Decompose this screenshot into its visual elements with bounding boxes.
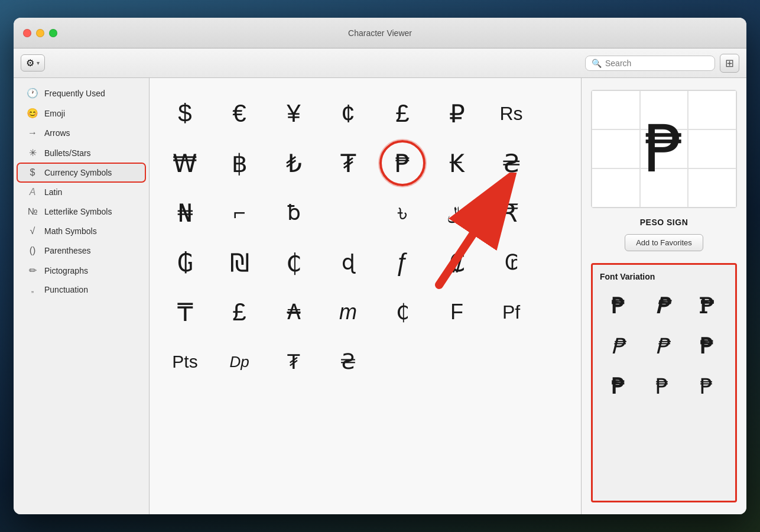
char-cell-euro[interactable]: € xyxy=(216,90,263,137)
search-input[interactable] xyxy=(605,59,709,68)
detail-panel: ₱ PESO SIGN Add to Favorites Font Variat… xyxy=(581,78,746,514)
sidebar-item-letterlike-symbols[interactable]: № Letterlike Symbols xyxy=(17,202,145,221)
char-cell-pts[interactable]: Pts xyxy=(161,338,209,385)
sidebar-item-punctuation[interactable]: „ Punctuation xyxy=(17,281,145,299)
char-cell-shekel[interactable]: ₪ xyxy=(216,239,263,286)
sidebar-item-frequently-used[interactable]: 🕐 Frequently Used xyxy=(17,83,145,103)
font-var-cell-8[interactable]: ₱ xyxy=(644,369,680,404)
font-var-cell-4[interactable]: ₱ xyxy=(600,329,635,364)
char-cell-colon[interactable]: ₡ xyxy=(433,239,480,286)
emoji-icon: 😊 xyxy=(27,108,38,119)
char-cell-empty1[interactable] xyxy=(324,189,372,236)
toolbar: ⚙ ▾ 🔍 ⊞ xyxy=(14,48,746,78)
char-cell-austral[interactable]: ₳ xyxy=(270,288,317,336)
punctuation-icon: „ xyxy=(27,286,38,294)
char-cell-pound[interactable]: £ xyxy=(379,90,426,137)
char-cell-franc[interactable]: F xyxy=(433,288,480,336)
char-cell-latin-b[interactable]: ƀ xyxy=(270,189,317,236)
sidebar-item-pictographs[interactable]: ✏ Pictographs xyxy=(17,261,145,280)
char-cell-rupee[interactable]: ₹ xyxy=(488,189,535,236)
sidebar-item-label: Emoji xyxy=(44,109,65,118)
char-cell-rupee-sign[interactable]: Rs xyxy=(488,90,535,137)
char-cell-baht[interactable]: ฿ xyxy=(216,140,263,187)
grid-view-button[interactable]: ⊞ xyxy=(720,54,739,73)
char-cell-cedi[interactable]: ₵ xyxy=(270,239,317,286)
sidebar-item-label: Currency Symbols xyxy=(44,168,112,177)
font-var-cell-6[interactable]: ₱ xyxy=(688,329,724,364)
char-cell-lira2[interactable]: £ xyxy=(216,288,263,336)
char-cell-cruzeiro[interactable]: ₢ xyxy=(488,239,535,286)
add-to-favorites-button[interactable]: Add to Favorites xyxy=(625,234,703,251)
chevron-down-icon: ▾ xyxy=(37,60,40,66)
char-cell-naira[interactable]: ₦ xyxy=(161,189,209,236)
char-cell-cent[interactable]: ¢ xyxy=(324,90,372,137)
char-preview: ₱ xyxy=(644,116,685,181)
traffic-lights xyxy=(23,29,57,37)
sidebar-item-label: Letterlike Symbols xyxy=(44,207,112,216)
gear-icon: ⚙ xyxy=(26,57,34,69)
search-box: 🔍 xyxy=(585,56,715,71)
char-cell-won[interactable]: ₩ xyxy=(161,140,209,187)
font-var-cell-1[interactable]: ₱ xyxy=(600,288,635,324)
titlebar: Character Viewer xyxy=(14,18,746,48)
char-cell-guarani[interactable]: ₲ xyxy=(161,239,209,286)
sidebar-item-label: Latin xyxy=(44,187,62,197)
sidebar-item-label: Parentheses xyxy=(44,246,91,255)
font-var-cell-3[interactable]: ₱ xyxy=(688,288,724,324)
sidebar-item-math-symbols[interactable]: √ Math Symbols xyxy=(17,222,145,241)
char-cell-tenge[interactable]: ₸ xyxy=(161,288,209,336)
font-var-cell-2[interactable]: ₱ xyxy=(644,288,680,324)
search-icon: 🔍 xyxy=(592,59,602,68)
sidebar-item-label: Frequently Used xyxy=(44,89,105,98)
parentheses-icon: () xyxy=(27,245,38,256)
sidebar-item-latin[interactable]: A Latin xyxy=(17,183,145,202)
char-cell-peso[interactable]: ₱ xyxy=(379,140,426,187)
maximize-button[interactable] xyxy=(49,29,57,37)
char-cell-kip[interactable]: ₭ xyxy=(433,140,480,187)
char-cell-reversed-not[interactable]: ⌐ xyxy=(216,189,263,236)
char-cell-florin[interactable]: ƒ xyxy=(379,239,426,286)
char-cell-yen[interactable]: ¥ xyxy=(270,90,317,137)
char-cell-tugrik[interactable]: ₮ xyxy=(324,140,372,187)
close-button[interactable] xyxy=(23,29,31,37)
arrow-icon: → xyxy=(27,128,38,138)
char-cell-hryvnia2[interactable]: ₮ xyxy=(270,338,317,385)
char-cell-pfennig[interactable]: Pf xyxy=(488,288,535,336)
char-cell-taka[interactable]: ৳ xyxy=(379,189,426,236)
sidebar-item-emoji[interactable]: 😊 Emoji xyxy=(17,103,145,123)
letterlike-icon: № xyxy=(27,206,38,217)
font-var-cell-7[interactable]: ₱ xyxy=(600,369,635,404)
minimize-button[interactable] xyxy=(36,29,44,37)
character-viewer-window: Character Viewer ⚙ ▾ 🔍 ⊞ 🕐 Frequently Us… xyxy=(14,18,746,514)
char-grid: $ € ¥ ¢ £ ₽ Rs ₩ ฿ ₺ ₮ ₱ ₭ ₴ ₦ ⌐ ƀ ৳ ﷼ xyxy=(161,90,540,385)
latin-icon: A xyxy=(27,187,38,197)
star-icon: ✳ xyxy=(27,147,38,158)
char-cell-lira[interactable]: ₺ xyxy=(270,140,317,187)
font-variation-title: Font Variation xyxy=(600,272,728,281)
font-var-cell-9[interactable]: ₱ xyxy=(688,369,724,404)
sidebar-item-parentheses[interactable]: () Parentheses xyxy=(17,241,145,260)
char-cell-hryvnia[interactable]: ₴ xyxy=(488,140,535,187)
sidebar-item-label: Arrows xyxy=(44,128,70,138)
char-cell-dong[interactable]: ₴ xyxy=(324,338,372,385)
sidebar-item-bullets-stars[interactable]: ✳ Bullets/Stars xyxy=(17,143,145,163)
char-preview-area: ₱ xyxy=(591,90,737,208)
char-cell-dp[interactable]: Dp xyxy=(216,338,263,385)
gear-menu-button[interactable]: ⚙ ▾ xyxy=(21,54,45,72)
grid-icon: ⊞ xyxy=(725,57,734,69)
sidebar-item-currency-symbols[interactable]: $ Currency Symbols xyxy=(17,163,145,182)
char-cell-cedi2[interactable]: ₵ xyxy=(379,288,426,336)
font-var-cell-5[interactable]: ₱ xyxy=(644,329,680,364)
clock-icon: 🕐 xyxy=(27,87,38,99)
sidebar-item-arrows[interactable]: → Arrows xyxy=(17,124,145,142)
char-cell-latin-d[interactable]: ɖ xyxy=(324,239,372,286)
font-variation-grid: ₱ ₱ ₱ ₱ ₱ ₱ ₱ ₱ ₱ xyxy=(600,288,728,404)
char-grid-area: $ € ¥ ¢ £ ₽ Rs ₩ ฿ ₺ ₮ ₱ ₭ ₴ ₦ ⌐ ƀ ৳ ﷼ xyxy=(150,78,581,514)
char-cell-ruble[interactable]: ₽ xyxy=(433,90,480,137)
sidebar-item-label: Math Symbols xyxy=(44,226,97,236)
char-cell-dollar[interactable]: $ xyxy=(161,90,209,137)
char-cell-rial[interactable]: ﷼ xyxy=(433,189,480,236)
char-cell-mill[interactable]: m xyxy=(324,288,372,336)
sidebar: 🕐 Frequently Used 😊 Emoji → Arrows ✳ Bul… xyxy=(14,78,150,514)
sidebar-item-label: Punctuation xyxy=(44,285,88,294)
